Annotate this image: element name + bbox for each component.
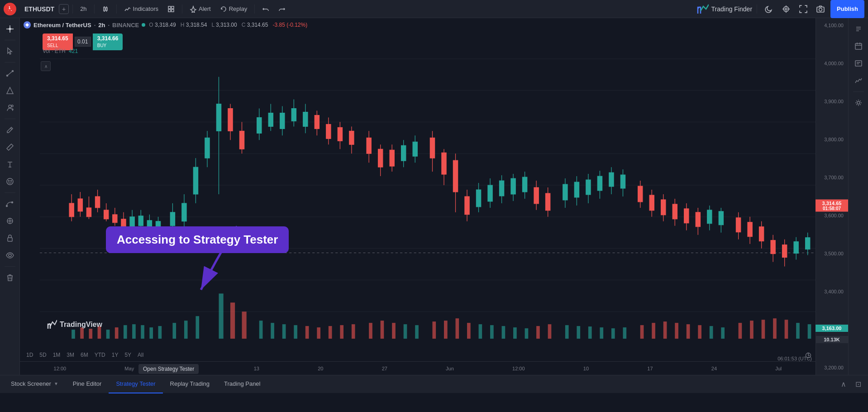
watchlist-panel[interactable] (850, 21, 867, 37)
settings-icon (854, 99, 863, 107)
indicators-button[interactable]: Indicators (120, 4, 162, 14)
svg-rect-251 (796, 323, 800, 339)
svg-rect-230 (536, 326, 540, 339)
moon-icon (765, 5, 773, 13)
svg-rect-245 (721, 327, 725, 339)
collapse-button[interactable]: ∧ (41, 61, 51, 71)
timeframe-button[interactable]: 2h (76, 4, 90, 14)
ts-5d[interactable]: 5D (37, 351, 49, 359)
chart-area[interactable]: Ethereum / TetherUS · 2h · BINANCE O 3,3… (20, 18, 848, 375)
app-logo[interactable]: R 1 (4, 3, 16, 15)
ts-6m[interactable]: 6M (78, 351, 91, 359)
time-label-24: 24 (711, 366, 717, 371)
calendar-panel[interactable] (850, 38, 867, 54)
indicators-icon (124, 5, 131, 13)
trendline-tool[interactable] (2, 65, 18, 81)
tab-pine-editor[interactable]: Pine Editor (66, 375, 109, 393)
tab-replay-trading[interactable]: Replay Trading (163, 375, 217, 393)
time-axis: 12:00 May 6 13 20 27 Jun 12:00 10 17 24 … (20, 361, 816, 375)
ts-ytd[interactable]: YTD (92, 351, 108, 359)
cursor-tool[interactable] (2, 43, 18, 59)
svg-rect-40 (8, 238, 12, 241)
undo-button[interactable] (258, 4, 273, 14)
collapse-expand-icon[interactable]: ⊡ (852, 378, 864, 391)
news-panel[interactable] (850, 55, 867, 72)
svg-rect-242 (687, 324, 690, 339)
camera-icon-btn[interactable] (813, 2, 828, 16)
svg-rect-163 (684, 209, 689, 223)
svg-rect-9 (172, 6, 174, 9)
svg-rect-147 (586, 180, 591, 195)
ts-1d[interactable]: 1D (24, 351, 36, 359)
text-tool[interactable] (2, 156, 18, 172)
emoji-tool[interactable] (2, 173, 18, 190)
patterns-tool[interactable] (2, 213, 18, 229)
pencil-tool[interactable] (2, 122, 18, 138)
svg-rect-57 (69, 203, 74, 217)
buy-button[interactable]: 3,314.66 BUY (93, 34, 123, 50)
svg-rect-183 (806, 238, 810, 249)
redo-icon (278, 5, 286, 13)
svg-rect-249 (773, 318, 777, 339)
svg-point-19 (819, 8, 822, 11)
svg-rect-236 (611, 328, 615, 339)
timescale-bar: 1D 5D 1M 3M 6M YTD 1Y 5Y All (20, 349, 150, 361)
watch-tool[interactable] (2, 247, 18, 263)
divider-2 (94, 5, 95, 14)
redo-button[interactable] (275, 4, 289, 14)
replay-button[interactable]: Replay (216, 4, 251, 14)
price-3700: 3,700.00 (818, 175, 846, 180)
svg-rect-175 (759, 227, 764, 241)
svg-rect-228 (513, 327, 517, 339)
svg-point-13 (785, 8, 787, 10)
symbol-search[interactable]: ETHUSDT (20, 5, 57, 14)
measure-tool[interactable] (2, 139, 18, 155)
collapse-up-icon[interactable]: ∧ (837, 378, 850, 391)
sidebar-divider-4 (5, 192, 15, 193)
svg-rect-141 (546, 193, 550, 211)
svg-point-41 (9, 254, 11, 257)
layout-button[interactable] (164, 4, 178, 14)
svg-line-28 (10, 128, 12, 129)
tab-stock-screener[interactable]: Stock Screener ▼ (4, 375, 66, 393)
svg-rect-219 (404, 324, 407, 339)
cursor-icon (6, 47, 14, 55)
svg-rect-83 (193, 167, 198, 194)
svg-rect-221 (432, 321, 436, 339)
add-symbol-button[interactable]: + (59, 4, 69, 14)
ts-5y[interactable]: 5Y (122, 351, 134, 359)
svg-rect-105 (326, 124, 331, 139)
moon-icon-btn[interactable] (762, 2, 776, 16)
tab-strategy-tester[interactable]: Strategy Tester (109, 375, 162, 393)
time-label-jul: Jul (775, 366, 782, 371)
data-panel[interactable] (850, 72, 867, 89)
svg-rect-129 (476, 190, 481, 207)
tab-trading-panel[interactable]: Trading Panel (217, 375, 267, 393)
utc-label: 06:01:53 (UTC) (777, 356, 812, 361)
chart-type-button[interactable] (98, 4, 113, 14)
settings-panel[interactable] (850, 95, 867, 111)
svg-rect-109 (349, 131, 354, 144)
svg-rect-103 (315, 115, 319, 129)
svg-line-29 (8, 146, 9, 147)
svg-rect-157 (649, 195, 654, 211)
ts-all[interactable]: All (135, 351, 146, 359)
shapes-tool[interactable] (2, 82, 18, 99)
svg-line-30 (10, 145, 10, 146)
crosshair-tool[interactable] (2, 21, 18, 37)
trash-tool[interactable] (2, 269, 18, 286)
fib-tool[interactable] (2, 196, 18, 212)
ts-1y[interactable]: 1Y (109, 351, 121, 359)
alert-button[interactable]: Alert (186, 4, 215, 14)
time-label-10: 10 (583, 366, 589, 371)
ts-1m[interactable]: 1M (50, 351, 63, 359)
svg-point-38 (11, 202, 13, 203)
target-icon-btn[interactable] (779, 2, 793, 16)
quantity-input[interactable] (75, 37, 91, 47)
fullscreen-icon-btn[interactable] (796, 2, 811, 16)
ts-3m[interactable]: 3M (64, 351, 77, 359)
lock-tool[interactable] (2, 230, 18, 246)
publish-button[interactable]: Publish (830, 0, 864, 18)
community-tool[interactable] (2, 100, 18, 116)
svg-rect-107 (338, 127, 342, 141)
